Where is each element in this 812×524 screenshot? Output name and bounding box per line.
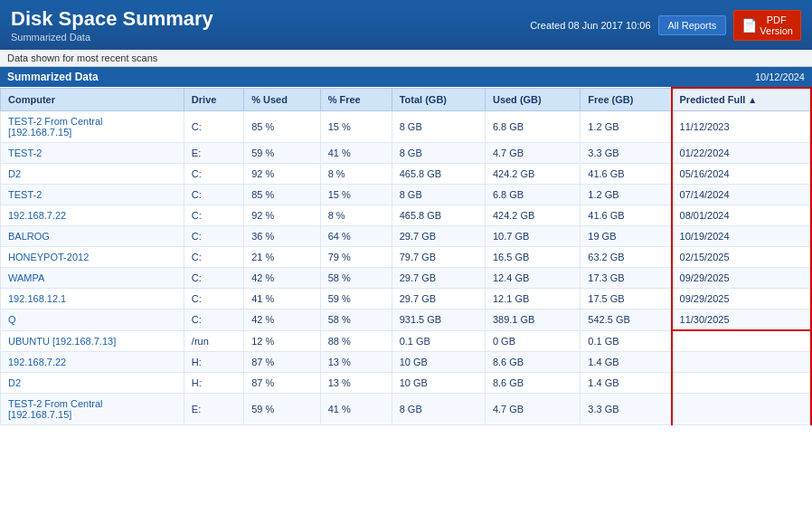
table-row: WAMPAC:42 %58 %29.7 GB12.4 GB17.3 GB09/2… bbox=[1, 268, 812, 289]
cell-total_gb: 0.1 GB bbox=[392, 330, 485, 351]
cell-computer[interactable]: Q bbox=[1, 310, 184, 331]
col-predicted-full[interactable]: Predicted Full ▲ bbox=[672, 88, 811, 111]
cell-total_gb: 10 GB bbox=[392, 351, 485, 372]
cell-computer[interactable]: HONEYPOT-2012 bbox=[1, 247, 184, 268]
cell-pct_free: 58 % bbox=[320, 268, 392, 289]
cell-computer[interactable]: 192.168.12.1 bbox=[1, 289, 184, 310]
pdf-icon: 📄 bbox=[741, 18, 757, 33]
cell-computer[interactable]: WAMPA bbox=[1, 268, 184, 289]
cell-pct_free: 58 % bbox=[320, 310, 392, 331]
cell-predicted_full bbox=[672, 372, 811, 393]
cell-free_gb: 3.3 GB bbox=[581, 393, 672, 424]
col-total-gb[interactable]: Total (GB) bbox=[392, 88, 485, 111]
cell-predicted_full: 01/22/2024 bbox=[672, 143, 811, 164]
cell-total_gb: 10 GB bbox=[392, 372, 485, 393]
created-info: Created 08 Jun 2017 10:06 bbox=[530, 20, 650, 31]
cell-computer[interactable]: TEST-2 bbox=[1, 143, 184, 164]
cell-drive: C: bbox=[184, 164, 243, 185]
cell-pct_used: 85 % bbox=[244, 111, 321, 143]
col-used-gb[interactable]: Used (GB) bbox=[485, 88, 580, 111]
col-drive[interactable]: Drive bbox=[184, 88, 243, 111]
cell-drive: H: bbox=[184, 372, 243, 393]
section-title: Summarized Data bbox=[7, 71, 99, 83]
cell-computer[interactable]: D2 bbox=[1, 372, 184, 393]
cell-computer[interactable]: TEST-2 From Central[192.168.7.15] bbox=[1, 393, 184, 424]
table-row: BALROGC:36 %64 %29.7 GB10.7 GB19 GB10/19… bbox=[1, 226, 812, 247]
cell-used_gb: 4.7 GB bbox=[485, 393, 580, 424]
cell-free_gb: 542.5 GB bbox=[581, 310, 672, 331]
cell-pct_free: 79 % bbox=[320, 247, 392, 268]
cell-used_gb: 0 GB bbox=[485, 330, 580, 351]
cell-used_gb: 6.8 GB bbox=[485, 185, 580, 205]
cell-total_gb: 79.7 GB bbox=[392, 247, 485, 268]
cell-pct_used: 87 % bbox=[244, 372, 321, 393]
cell-drive: H: bbox=[184, 351, 243, 372]
cell-total_gb: 8 GB bbox=[392, 393, 485, 424]
table-container: Computer Drive % Used % Free Total (GB) … bbox=[0, 87, 812, 425]
table-row: 192.168.12.1C:41 %59 %29.7 GB12.1 GB17.5… bbox=[1, 289, 812, 310]
page-title: Disk Space Summary bbox=[11, 7, 213, 31]
cell-computer[interactable]: 192.168.7.22 bbox=[1, 205, 184, 226]
cell-used_gb: 6.8 GB bbox=[485, 111, 580, 143]
pdf-button[interactable]: 📄 PDFVersion bbox=[733, 10, 801, 41]
col-computer[interactable]: Computer bbox=[1, 88, 184, 111]
cell-used_gb: 389.1 GB bbox=[485, 310, 580, 331]
table-row: TEST-2 From Central[192.168.7.15]E:59 %4… bbox=[1, 393, 812, 424]
cell-predicted_full: 08/01/2024 bbox=[672, 205, 811, 226]
cell-predicted_full: 07/14/2024 bbox=[672, 185, 811, 205]
cell-total_gb: 8 GB bbox=[392, 111, 485, 143]
cell-total_gb: 29.7 GB bbox=[392, 268, 485, 289]
col-free-gb[interactable]: Free (GB) bbox=[581, 88, 672, 111]
cell-pct_used: 87 % bbox=[244, 351, 321, 372]
page-header: Disk Space Summary Summarized Data Creat… bbox=[0, 0, 812, 50]
cell-total_gb: 465.8 GB bbox=[392, 164, 485, 185]
table-row: TEST-2C:85 %15 %8 GB6.8 GB1.2 GB07/14/20… bbox=[1, 185, 812, 205]
cell-free_gb: 63.2 GB bbox=[581, 247, 672, 268]
cell-pct_used: 41 % bbox=[244, 289, 321, 310]
col-pct-free[interactable]: % Free bbox=[320, 88, 392, 111]
cell-predicted_full: 09/29/2025 bbox=[672, 289, 811, 310]
cell-used_gb: 12.4 GB bbox=[485, 268, 580, 289]
table-row: TEST-2E:59 %41 %8 GB4.7 GB3.3 GB01/22/20… bbox=[1, 143, 812, 164]
cell-pct_free: 15 % bbox=[320, 111, 392, 143]
table-row: D2H:87 %13 %10 GB8.6 GB1.4 GB bbox=[1, 372, 812, 393]
table-row: QC:42 %58 %931.5 GB389.1 GB542.5 GB11/30… bbox=[1, 310, 812, 331]
header-subtitle: Summarized Data bbox=[11, 32, 213, 43]
cell-free_gb: 41.6 GB bbox=[581, 164, 672, 185]
cell-pct_used: 21 % bbox=[244, 247, 321, 268]
cell-pct_free: 59 % bbox=[320, 289, 392, 310]
cell-pct_free: 88 % bbox=[320, 330, 392, 351]
cell-free_gb: 41.6 GB bbox=[581, 205, 672, 226]
cell-computer[interactable]: D2 bbox=[1, 164, 184, 185]
cell-pct_free: 41 % bbox=[320, 393, 392, 424]
cell-computer[interactable]: UBUNTU [192.168.7.13] bbox=[1, 330, 184, 351]
cell-computer[interactable]: TEST-2 bbox=[1, 185, 184, 205]
cell-pct_used: 59 % bbox=[244, 143, 321, 164]
cell-predicted_full: 02/15/2025 bbox=[672, 247, 811, 268]
cell-drive: C: bbox=[184, 289, 243, 310]
cell-predicted_full: 10/19/2024 bbox=[672, 226, 811, 247]
cell-drive: E: bbox=[184, 143, 243, 164]
cell-pct_used: 42 % bbox=[244, 268, 321, 289]
cell-computer[interactable]: BALROG bbox=[1, 226, 184, 247]
all-reports-button[interactable]: All Reports bbox=[658, 15, 727, 35]
cell-pct_used: 92 % bbox=[244, 205, 321, 226]
subheader-notice: Data shown for most recent scans bbox=[7, 52, 157, 63]
cell-computer[interactable]: 192.168.7.22 bbox=[1, 351, 184, 372]
sort-arrow-up: ▲ bbox=[748, 95, 757, 105]
disk-space-table: Computer Drive % Used % Free Total (GB) … bbox=[0, 87, 812, 425]
cell-drive: C: bbox=[184, 310, 243, 331]
cell-predicted_full: 11/12/2023 bbox=[672, 111, 811, 143]
cell-predicted_full bbox=[672, 351, 811, 372]
cell-free_gb: 1.4 GB bbox=[581, 372, 672, 393]
subheader: Data shown for most recent scans bbox=[0, 50, 812, 67]
cell-used_gb: 4.7 GB bbox=[485, 143, 580, 164]
cell-pct_free: 13 % bbox=[320, 351, 392, 372]
cell-pct_free: 8 % bbox=[320, 164, 392, 185]
table-row: TEST-2 From Central[192.168.7.15]C:85 %1… bbox=[1, 111, 812, 143]
cell-total_gb: 29.7 GB bbox=[392, 226, 485, 247]
cell-computer[interactable]: TEST-2 From Central[192.168.7.15] bbox=[1, 111, 184, 143]
cell-pct_free: 41 % bbox=[320, 143, 392, 164]
col-pct-used[interactable]: % Used bbox=[244, 88, 321, 111]
cell-free_gb: 0.1 GB bbox=[581, 330, 672, 351]
